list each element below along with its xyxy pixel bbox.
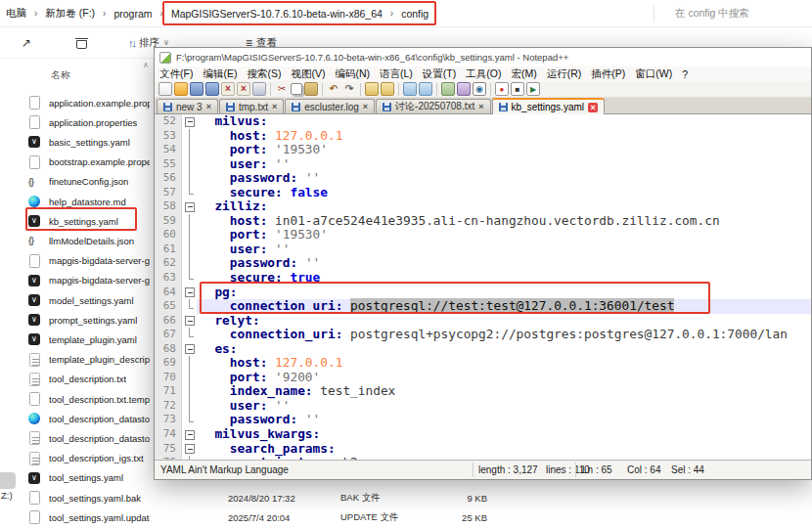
new-file-icon[interactable] — [158, 82, 172, 96]
monitor-icon[interactable] — [473, 82, 486, 96]
code-text[interactable]: zilliz: — [197, 199, 811, 214]
editor-line[interactable]: 61 user: '' — [155, 242, 811, 257]
close-all-icon[interactable] — [237, 82, 250, 96]
menu-item[interactable]: 文件(F) — [155, 67, 198, 81]
zoom-out-icon[interactable] — [419, 82, 432, 96]
cut-icon[interactable] — [275, 82, 289, 96]
breadcrumb-item[interactable]: program — [108, 5, 158, 22]
editor-line[interactable]: 58 zilliz: — [155, 199, 811, 214]
redo-icon[interactable] — [342, 82, 356, 96]
code-text[interactable]: connection_uri: postgresql+psycopg2://po… — [197, 328, 811, 342]
tab-new-3[interactable]: new 3× — [157, 99, 218, 113]
editor-line[interactable]: 71 index_name: test_index — [155, 384, 811, 399]
code-text[interactable]: search_params: — [197, 442, 811, 457]
file-row[interactable]: tool_settings.yaml.update2025/7/4 20:04U… — [27, 507, 517, 527]
menu-item[interactable]: 编辑(E) — [198, 67, 242, 81]
breadcrumb-item[interactable]: config — [395, 5, 434, 22]
editor-line[interactable]: 53 host: 127.0.0.1 — [155, 129, 811, 144]
breadcrumb-item[interactable]: 新加卷 (F:) — [39, 4, 101, 23]
menu-item[interactable]: 编码(N) — [330, 67, 375, 81]
breadcrumb-item[interactable]: MapGISIGServerS-10.7.6.10-beta-win-x86_6… — [165, 5, 388, 22]
close-icon[interactable] — [221, 82, 235, 96]
search-input[interactable]: 在 config 中搜索 — [675, 7, 802, 21]
editor-line[interactable]: 63 secure: true — [155, 271, 811, 286]
find-icon[interactable] — [365, 82, 379, 96]
code-text[interactable]: milvus: — [197, 114, 811, 129]
list-chevron-icon[interactable]: ∧ — [143, 61, 149, 69]
editor-line[interactable]: 52 milvus: — [155, 114, 811, 129]
code-text[interactable]: port: '19530' — [197, 228, 811, 242]
fold-marker-icon[interactable] — [182, 114, 197, 129]
code-text[interactable]: password: '' — [197, 413, 811, 427]
doc-map-icon[interactable] — [441, 82, 455, 96]
code-text[interactable]: index_name: test_index — [197, 384, 811, 399]
code-text[interactable]: user: '' — [197, 242, 811, 257]
function-list-icon[interactable] — [457, 82, 471, 96]
code-text[interactable]: milvus_kwargs: — [197, 427, 811, 442]
fold-marker-icon[interactable] — [182, 286, 197, 300]
zoom-in-icon[interactable] — [403, 82, 417, 96]
menu-item[interactable]: 插件(P) — [586, 67, 630, 81]
editor-line[interactable]: 70 port: '9200' — [155, 371, 811, 385]
delete-button[interactable] — [70, 33, 93, 53]
menu-item[interactable]: ? — [677, 68, 693, 80]
code-text[interactable]: pg: — [197, 286, 811, 300]
editor-line[interactable]: 72 user: '' — [155, 399, 811, 414]
open-icon[interactable] — [174, 82, 188, 96]
save-icon[interactable] — [190, 82, 203, 96]
nav-pane-selection[interactable] — [0, 472, 16, 489]
menu-item[interactable]: 视图(V) — [286, 67, 330, 81]
fold-marker-icon[interactable] — [182, 442, 197, 457]
play-macro-icon[interactable] — [526, 82, 540, 96]
editor-line[interactable]: 54 port: '19530' — [155, 143, 811, 157]
fold-marker-icon[interactable] — [182, 314, 197, 329]
tab-tmp-txt[interactable]: tmp.txt× — [219, 99, 284, 113]
editor-line[interactable]: 75 search_params: — [155, 442, 811, 457]
editor-line[interactable]: 62 password: '' — [155, 256, 811, 271]
menu-item[interactable]: 宏(M) — [506, 67, 541, 81]
replace-icon[interactable] — [381, 82, 394, 96]
share-button[interactable]: ↗ — [16, 32, 37, 54]
tab-escluster-log[interactable]: escluster.log× — [285, 99, 375, 113]
breadcrumb-item[interactable]: 电脑 — [0, 4, 32, 23]
copy-icon[interactable] — [291, 83, 302, 95]
menu-item[interactable]: 工具(O) — [461, 67, 506, 81]
code-text[interactable]: password: '' — [197, 171, 811, 186]
code-text[interactable]: user: '' — [197, 399, 811, 414]
tab-close-icon[interactable]: × — [363, 102, 368, 111]
tab-close-icon[interactable]: × — [272, 102, 277, 111]
record-macro-icon[interactable] — [495, 82, 509, 96]
code-text[interactable]: relyt: — [197, 314, 811, 329]
tab-close-icon[interactable]: × — [478, 102, 483, 111]
menu-item[interactable]: 窗口(W) — [630, 67, 677, 81]
save-all-icon[interactable] — [205, 82, 219, 96]
editor-line[interactable]: 67 connection_uri: postgresql+psycopg2:/… — [155, 328, 811, 342]
editor-line[interactable]: 65 connection_uri: postgresql://test:tes… — [155, 299, 811, 314]
code-text[interactable]: user: '' — [197, 157, 811, 172]
code-text[interactable]: port: '9200' — [197, 371, 811, 385]
fold-marker-icon[interactable] — [182, 342, 197, 357]
editor-line[interactable]: 57 secure: false — [155, 186, 811, 200]
code-text[interactable]: secure: false — [197, 186, 811, 200]
editor-line[interactable]: 68 es: — [155, 342, 811, 357]
file-row[interactable]: tool_settings.yaml.bak2024/8/20 17:32BAK… — [27, 488, 517, 507]
code-text[interactable]: host: 127.0.0.1 — [197, 356, 811, 371]
stop-macro-icon[interactable] — [511, 82, 524, 96]
editor-line[interactable]: 73 password: '' — [155, 413, 811, 427]
editor-line[interactable]: 55 user: '' — [155, 157, 811, 172]
editor-line[interactable]: 74 milvus_kwargs: — [155, 427, 811, 442]
notepadpp-titlebar[interactable]: F:\program\MapGISIGServerS-10.7.6.10-bet… — [155, 48, 811, 66]
editor-area[interactable]: 52 milvus:53 host: 127.0.0.154 port: '19… — [155, 114, 811, 461]
code-text[interactable]: host: 127.0.0.1 — [197, 129, 811, 144]
paste-icon[interactable] — [304, 82, 318, 96]
editor-line[interactable]: 66 relyt: — [155, 314, 811, 329]
code-text[interactable]: port: '19530' — [197, 143, 811, 157]
tab-close-icon[interactable]: × — [206, 102, 211, 111]
editor-line[interactable]: 69 host: 127.0.0.1 — [155, 356, 811, 371]
menu-item[interactable]: 搜索(S) — [242, 67, 286, 81]
code-text[interactable]: connection_uri: postgresql://test:test@1… — [197, 299, 811, 314]
tab-kb_settings-yaml[interactable]: kb_settings.yaml× — [492, 98, 605, 114]
code-text[interactable]: secure: true — [197, 271, 811, 286]
editor-line[interactable]: 64 pg: — [155, 286, 811, 300]
code-text[interactable]: es: — [197, 342, 811, 357]
